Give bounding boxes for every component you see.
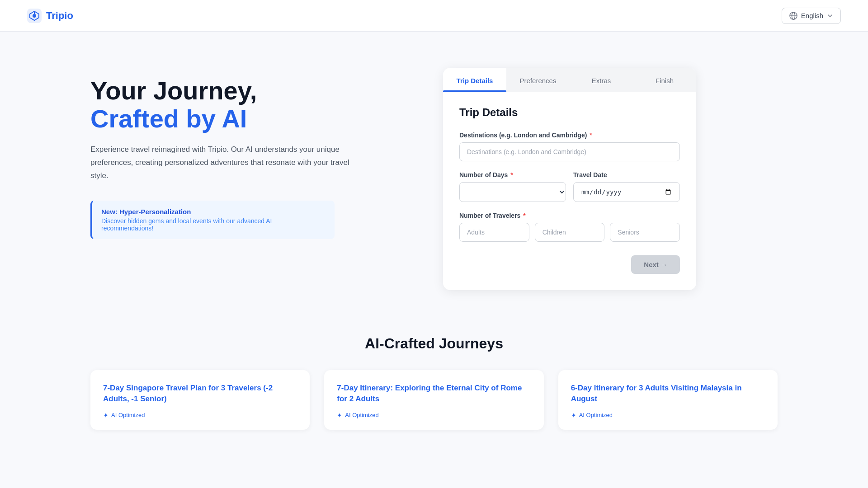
- travelers-row: [459, 223, 680, 242]
- date-input[interactable]: [573, 182, 680, 202]
- children-input[interactable]: [535, 223, 605, 242]
- hero-description: Experience travel reimagined with Tripio…: [90, 143, 353, 183]
- travelers-required: *: [523, 212, 525, 219]
- star-icon-3: ✦: [571, 412, 576, 419]
- travelers-group: Number of Travelers *: [459, 212, 680, 242]
- days-label: Number of Days *: [459, 171, 566, 178]
- journey-card-2-badge: ✦ AI Optimized: [337, 412, 531, 419]
- ai-journeys-section: AI-Crafted Journeys 7-Day Singapore Trav…: [0, 317, 868, 457]
- date-group: Travel Date: [573, 171, 680, 202]
- destinations-required: *: [590, 131, 592, 139]
- tab-preferences[interactable]: Preferences: [506, 68, 570, 92]
- navbar: Tripio English: [0, 0, 868, 32]
- hero-banner-title: New: Hyper-Personalization: [101, 208, 326, 216]
- trip-card-title: Trip Details: [459, 106, 680, 119]
- tab-extras[interactable]: Extras: [570, 68, 633, 92]
- globe-icon: [789, 12, 797, 20]
- logo-text: Tripio: [46, 10, 73, 22]
- hero-title-blue: Crafted by AI: [90, 104, 247, 133]
- days-group: Number of Days * 1 2 3 5 7 10 14: [459, 171, 566, 202]
- journey-card-2-title: 7-Day Itinerary: Exploring the Eternal C…: [337, 383, 531, 404]
- hero-section: Your Journey, Crafted by AI Experience t…: [0, 32, 868, 317]
- days-required: *: [510, 171, 513, 178]
- journey-card-3[interactable]: 6-Day Itinerary for 3 Adults Visiting Ma…: [558, 370, 778, 430]
- journey-card-3-badge: ✦ AI Optimized: [571, 412, 765, 419]
- trip-card-body: Trip Details Destinations (e.g. London a…: [443, 92, 696, 290]
- next-button[interactable]: Next →: [631, 255, 680, 274]
- seniors-input[interactable]: [610, 223, 680, 242]
- hero-title-line2: Crafted by AI: [90, 105, 407, 133]
- adults-input[interactable]: [459, 223, 529, 242]
- hero-title-line1: Your Journey,: [90, 77, 407, 105]
- journey-cards: 7-Day Singapore Travel Plan for 3 Travel…: [90, 370, 778, 430]
- journey-card-1-title: 7-Day Singapore Travel Plan for 3 Travel…: [103, 383, 297, 404]
- date-label: Travel Date: [573, 171, 680, 178]
- days-select[interactable]: 1 2 3 5 7 10 14: [459, 182, 566, 202]
- language-button[interactable]: English: [782, 8, 841, 24]
- tab-finish[interactable]: Finish: [633, 68, 696, 92]
- language-label: English: [801, 12, 823, 19]
- destinations-group: Destinations (e.g. London and Cambridge)…: [459, 131, 680, 161]
- svg-point-1: [33, 14, 36, 18]
- logo[interactable]: Tripio: [27, 9, 73, 23]
- tab-trip-details[interactable]: Trip Details: [443, 68, 506, 92]
- journey-card-2[interactable]: 7-Day Itinerary: Exploring the Eternal C…: [324, 370, 543, 430]
- next-button-label: Next →: [644, 261, 667, 268]
- days-date-row: Number of Days * 1 2 3 5 7 10 14: [459, 171, 680, 212]
- travelers-label: Number of Travelers *: [459, 212, 680, 219]
- journey-card-3-title: 6-Day Itinerary for 3 Adults Visiting Ma…: [571, 383, 765, 404]
- star-icon-1: ✦: [103, 412, 108, 419]
- chevron-down-icon: [827, 13, 833, 19]
- hero-banner-desc: Discover hidden gems and local events wi…: [101, 217, 326, 232]
- destinations-label: Destinations (e.g. London and Cambridge)…: [459, 131, 680, 139]
- star-icon-2: ✦: [337, 412, 342, 419]
- trip-details-card: Trip Details Preferences Extras Finish T…: [443, 68, 696, 290]
- hero-banner: New: Hyper-Personalization Discover hidd…: [90, 201, 335, 239]
- trip-tabs: Trip Details Preferences Extras Finish: [443, 68, 696, 92]
- logo-icon: [27, 9, 42, 23]
- hero-title-black: Your Journey,: [90, 76, 257, 105]
- destinations-input[interactable]: [459, 142, 680, 161]
- journey-card-1-badge: ✦ AI Optimized: [103, 412, 297, 419]
- hero-left: Your Journey, Crafted by AI Experience t…: [90, 68, 407, 239]
- journey-card-1[interactable]: 7-Day Singapore Travel Plan for 3 Travel…: [90, 370, 310, 430]
- ai-journeys-title: AI-Crafted Journeys: [90, 335, 778, 352]
